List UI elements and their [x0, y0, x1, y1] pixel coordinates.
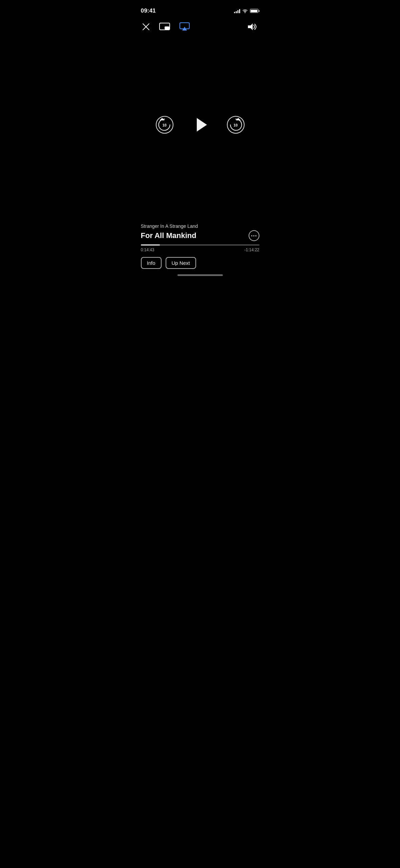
forward-button[interactable]: 10 [227, 116, 245, 134]
svg-marker-9 [197, 118, 207, 132]
action-buttons: Info Up Next [141, 257, 259, 269]
rewind-circle: 10 [156, 116, 173, 134]
rewind-label: 10 [162, 123, 166, 127]
info-button[interactable]: Info [141, 257, 162, 269]
signal-bar-4 [239, 9, 240, 13]
up-next-button[interactable]: Up Next [166, 257, 196, 269]
time-elapsed: 0:14:43 [141, 248, 154, 252]
airplay-button[interactable] [178, 21, 191, 33]
play-button[interactable] [192, 117, 208, 133]
signal-bar-1 [234, 12, 235, 13]
pip-button[interactable] [158, 21, 171, 32]
airplay-icon [180, 22, 190, 31]
svg-marker-7 [248, 23, 253, 30]
show-title: Stranger In A Strange Land [141, 223, 259, 229]
play-icon [192, 117, 208, 133]
progress-track[interactable] [141, 244, 259, 245]
forward-circle: 10 [227, 116, 245, 134]
home-indicator [177, 274, 223, 276]
signal-bar-3 [237, 10, 238, 13]
top-controls [134, 17, 266, 37]
close-icon [142, 23, 150, 31]
progress-fill [141, 244, 160, 245]
svg-point-0 [245, 12, 245, 13]
close-button[interactable] [141, 22, 151, 32]
status-time: 09:41 [141, 7, 156, 14]
svg-rect-4 [165, 26, 169, 29]
volume-icon [247, 23, 258, 31]
volume-button[interactable] [246, 21, 259, 32]
video-area[interactable]: 10 10 [134, 37, 266, 213]
episode-title: For All Mankind [141, 231, 196, 240]
wifi-icon [242, 9, 248, 13]
status-bar: 09:41 [134, 0, 266, 17]
forward-label: 10 [233, 123, 237, 127]
bottom-info: Stranger In A Strange Land For All Manki… [134, 223, 266, 286]
battery-icon [250, 9, 259, 13]
time-remaining: -1:14:22 [244, 248, 259, 252]
progress-container[interactable] [141, 244, 259, 245]
playback-controls: 10 10 [156, 116, 245, 134]
pip-icon [159, 23, 170, 31]
more-dots-icon [251, 235, 256, 236]
signal-icon [234, 9, 240, 13]
rewind-button[interactable]: 10 [156, 116, 173, 134]
time-row: 0:14:43 -1:14:22 [141, 248, 259, 252]
more-options-button[interactable] [249, 230, 259, 241]
episode-row: For All Mankind [141, 230, 259, 241]
signal-bar-2 [236, 11, 237, 13]
status-icons [234, 9, 259, 13]
top-left-controls [141, 21, 191, 33]
